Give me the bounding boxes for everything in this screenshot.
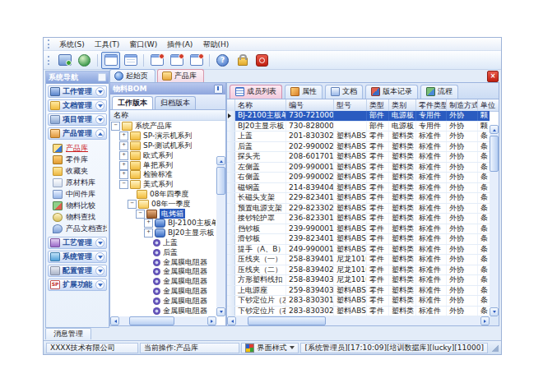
tree-node[interactable]: 后盖 (111, 247, 216, 257)
chevron-up-icon[interactable] (95, 129, 104, 138)
chevron-down-icon[interactable] (95, 252, 104, 261)
tree-column-header[interactable]: 名称 (110, 110, 225, 121)
expand-icon[interactable] (119, 161, 128, 170)
scroll-track[interactable] (236, 316, 480, 325)
column-header[interactable]: 类别 (389, 99, 416, 111)
tree-node[interactable]: 08年四季度 (111, 190, 216, 200)
table-row[interactable]: 右侧盖209-990002-01X塑料ABS零件塑料类标准件外协条 (227, 173, 490, 183)
expand-icon[interactable] (144, 228, 153, 238)
tree-node[interactable]: 金属膜电阻器 (111, 296, 216, 306)
scroll-down-button[interactable] (490, 307, 499, 316)
collapse-icon[interactable] (128, 200, 137, 209)
sidebar-item[interactable]: 产品库 (49, 142, 107, 154)
scroll-thumb[interactable] (216, 167, 225, 195)
table-row[interactable]: 长磁头支架229-823401-00X塑料ABS零件塑料类标准件外协条 (227, 193, 490, 204)
sidebar-item[interactable]: 物料查找 (49, 211, 107, 223)
table-row[interactable]: 接钞轮护罩236-823301-00X塑料ABS零件塑料类标准件外协条 (227, 214, 490, 224)
scroll-up-button[interactable] (216, 156, 225, 165)
tree-node[interactable]: BJ20主显示板 (111, 228, 216, 238)
table-row[interactable]: 后盖202-990002-01X塑料ABS零件塑料类标准件外协条 (227, 142, 490, 153)
tree-node[interactable]: 上盖 (111, 238, 216, 248)
column-header[interactable]: 制造方式 (447, 99, 478, 111)
chevron-down-icon[interactable] (95, 101, 104, 110)
tree-node[interactable]: 金属膜电阻器 (111, 257, 216, 267)
table-row[interactable]: 压线夹（二）258-839402-00X尼龙1010零件塑料类标准件外协条 (227, 265, 490, 276)
browse-window-button[interactable] (101, 52, 120, 69)
table-row[interactable]: 压线夹（一）258-839401-00X尼龙1010零件塑料类标准件外协条 (227, 255, 490, 265)
scroll-left-button[interactable] (227, 316, 236, 325)
scroll-up-button[interactable] (490, 125, 499, 134)
scroll-down-button[interactable] (216, 307, 225, 316)
tree-node[interactable]: 金属膜电阻器 (111, 306, 216, 316)
sidebar-section[interactable]: 文档管理 (48, 99, 107, 112)
column-header[interactable]: 零件类型 (416, 99, 447, 111)
close-document-button[interactable]: × (487, 71, 499, 82)
tree-node[interactable]: 检验标准 (111, 170, 216, 180)
delete-doc-button[interactable] (187, 52, 206, 69)
scroll-thumb[interactable] (248, 316, 326, 325)
tree-node[interactable]: 金属膜电阻器 (111, 287, 216, 297)
resize-grip[interactable] (491, 344, 499, 352)
column-header[interactable]: 名称 (235, 99, 286, 111)
sidebar-section[interactable]: 系统管理 (48, 251, 107, 263)
table-horizontal-scrollbar[interactable] (227, 316, 490, 325)
sidebar-section[interactable]: 配置管理 (48, 265, 107, 277)
sidebar-item[interactable]: 零件库 (49, 154, 107, 165)
table-row[interactable]: BJ-2100主板单点730-721000-12X部件电源板专用件外协颗 (227, 111, 490, 122)
chevron-down-icon[interactable] (95, 238, 104, 247)
table-row[interactable]: 磁钢盖214-839404-01X塑料ABS零件塑料类标准件外协条 (227, 183, 490, 194)
ui-style-dropdown[interactable]: 界面样式 (241, 343, 299, 353)
table-row[interactable]: BJ20主显示板730-828000-04X部件电源板专用件外协颗 (227, 122, 490, 132)
sidebar-item[interactable]: 原材料库 (49, 177, 107, 188)
sidebar-section[interactable]: 产品管理 (48, 127, 107, 140)
table-row[interactable]: 挡钞板239-990001-01X塑料ABS零件塑料类标准件外协条 (227, 224, 490, 235)
sidebar-section[interactable]: 工作管理 (48, 85, 107, 98)
table-row[interactable]: 提手（A、B）249-990001-01X塑料ABS零件塑料类标准件外协条 (227, 245, 490, 256)
chevron-down-icon[interactable] (95, 115, 104, 124)
sidebar-section[interactable]: 扩展功能 (48, 279, 107, 291)
table-vertical-scrollbar[interactable] (490, 125, 499, 316)
web-button[interactable] (75, 52, 94, 69)
table-row[interactable]: 上盖201-830302-00X塑料ABS零件塑料类标准件外协条 (227, 131, 490, 142)
member-tab[interactable]: 版本记录 (365, 85, 418, 99)
tree-node[interactable]: 单把系列 (111, 160, 216, 170)
exit-button[interactable] (253, 52, 272, 69)
scroll-thumb[interactable] (129, 316, 174, 325)
scroll-thumb[interactable] (490, 136, 499, 172)
tree-horizontal-scrollbar[interactable] (110, 316, 216, 325)
help-button[interactable] (213, 52, 232, 69)
expand-icon[interactable] (119, 151, 128, 160)
menu-item[interactable]: 系统(S) (54, 39, 90, 50)
expand-icon[interactable] (119, 141, 128, 150)
member-tab[interactable]: 文档 (325, 85, 363, 99)
expand-icon[interactable] (144, 219, 153, 228)
chevron-down-icon[interactable] (95, 266, 104, 275)
sidebar-item[interactable]: 收藏夹 (49, 165, 107, 177)
tree-vertical-scrollbar[interactable] (216, 156, 225, 316)
scroll-left-button[interactable] (110, 316, 119, 325)
system-config-button[interactable] (55, 52, 74, 69)
column-header[interactable]: 型号 (334, 99, 367, 111)
collapse-icon[interactable] (136, 210, 145, 219)
scroll-track[interactable] (490, 134, 499, 307)
scroll-track[interactable] (216, 165, 225, 307)
menu-item[interactable]: 帮助(H) (197, 39, 234, 50)
tree-node[interactable]: 欧式系列 (111, 150, 216, 160)
table-row[interactable]: 探头壳208-601701-01X塑料ABS零件塑料类标准件外协条 (227, 152, 490, 163)
sidebar-options-icon[interactable] (98, 73, 106, 81)
pin-icon[interactable] (214, 85, 223, 94)
sidebar-item[interactable]: 中间件库 (49, 188, 107, 200)
table-row[interactable]: 下钞定位片（左）283-830301-00X塑料ABS零件塑料类标准件外协条 (227, 296, 490, 307)
lock-button[interactable] (233, 52, 252, 69)
member-tab[interactable]: 成员列表 (230, 85, 282, 99)
sidebar-item[interactable]: 产品文档查找 (49, 223, 107, 234)
sidebar-item[interactable]: 物料比较 (49, 200, 107, 211)
tree-node[interactable]: 电烤箱 (111, 209, 216, 219)
table-row[interactable]: 方形塑料线扣258-839403-00X尼龙1010零件塑料类标准件外协条 (227, 275, 490, 286)
tree-node[interactable]: 08年一季度 (111, 199, 216, 209)
member-tab[interactable]: 属性 (285, 85, 323, 99)
doc-tab[interactable]: 起始页 (109, 69, 155, 82)
tree-node[interactable]: 美式系列 (111, 180, 216, 190)
collapse-icon[interactable] (119, 180, 128, 189)
chevron-down-icon[interactable] (95, 87, 104, 96)
